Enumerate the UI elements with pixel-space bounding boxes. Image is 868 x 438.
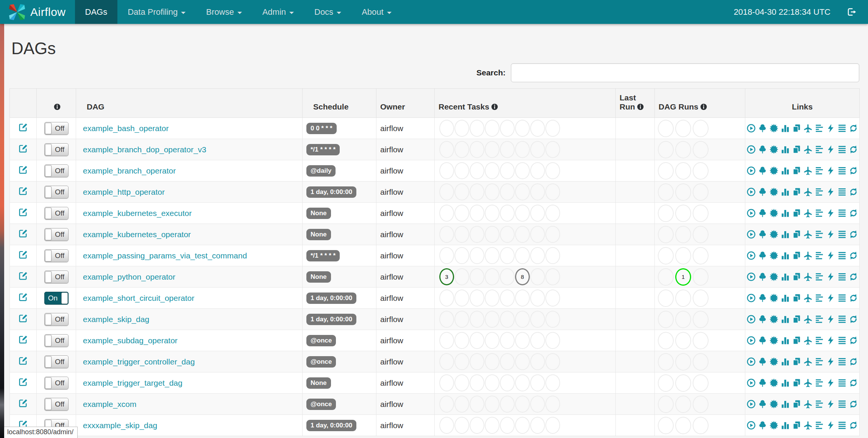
tree-view-link[interactable] — [758, 336, 767, 345]
graph-view-link[interactable] — [769, 124, 779, 133]
edit-dag-link[interactable] — [18, 144, 28, 153]
code-view-link[interactable] — [826, 336, 835, 345]
dag-pause-toggle[interactable]: Off — [44, 355, 69, 368]
code-view-link[interactable] — [826, 230, 835, 239]
graph-view-link[interactable] — [769, 336, 779, 345]
logs-link[interactable] — [837, 314, 847, 324]
edit-dag-link[interactable] — [18, 228, 28, 238]
task-tries-link[interactable] — [792, 399, 801, 409]
dag-pause-toggle[interactable]: Off — [44, 313, 69, 326]
edit-dag-link[interactable] — [18, 271, 28, 281]
logs-link[interactable] — [837, 208, 847, 218]
logs-link[interactable] — [837, 357, 847, 366]
trigger-dag-link[interactable] — [746, 166, 756, 175]
task-tries-link[interactable] — [792, 378, 801, 388]
logs-link[interactable] — [837, 124, 847, 133]
refresh-link[interactable] — [849, 293, 858, 303]
task-duration-link[interactable] — [781, 166, 790, 175]
tree-view-link[interactable] — [758, 357, 767, 366]
task-duration-link[interactable] — [781, 251, 790, 260]
edit-dag-link[interactable] — [18, 398, 28, 408]
recent-task-state-circle[interactable]: 8 — [515, 268, 530, 285]
gantt-view-link[interactable] — [815, 314, 824, 324]
trigger-dag-link[interactable] — [746, 145, 756, 154]
refresh-link[interactable] — [849, 251, 858, 260]
task-tries-link[interactable] — [792, 124, 801, 133]
logs-link[interactable] — [837, 272, 847, 282]
dag-link[interactable]: example_passing_params_via_test_command — [83, 251, 247, 260]
graph-view-link[interactable] — [769, 378, 779, 388]
gantt-view-link[interactable] — [815, 208, 824, 218]
tree-view-link[interactable] — [758, 230, 767, 239]
trigger-dag-link[interactable] — [746, 399, 756, 409]
landing-times-link[interactable] — [803, 357, 813, 366]
code-view-link[interactable] — [826, 124, 835, 133]
refresh-link[interactable] — [849, 166, 858, 175]
gantt-view-link[interactable] — [815, 166, 824, 175]
dag-link[interactable]: example_http_operator — [83, 188, 165, 196]
trigger-dag-link[interactable] — [746, 293, 756, 303]
edit-dag-link[interactable] — [18, 165, 28, 175]
dag-pause-toggle[interactable]: Off — [44, 164, 69, 177]
graph-view-link[interactable] — [769, 187, 779, 197]
tree-view-link[interactable] — [758, 145, 767, 154]
dag-link[interactable]: example_python_operator — [83, 272, 175, 281]
code-view-link[interactable] — [826, 187, 835, 197]
landing-times-link[interactable] — [803, 166, 813, 175]
task-duration-link[interactable] — [781, 357, 790, 366]
code-view-link[interactable] — [826, 378, 835, 388]
tree-view-link[interactable] — [758, 399, 767, 409]
graph-view-link[interactable] — [769, 208, 779, 218]
landing-times-link[interactable] — [803, 336, 813, 345]
code-view-link[interactable] — [826, 293, 835, 303]
logs-link[interactable] — [837, 421, 847, 430]
refresh-link[interactable] — [849, 230, 858, 239]
code-view-link[interactable] — [826, 314, 835, 324]
landing-times-link[interactable] — [803, 378, 813, 388]
gantt-view-link[interactable] — [815, 336, 824, 345]
edit-dag-link[interactable] — [18, 335, 28, 344]
landing-times-link[interactable] — [803, 314, 813, 324]
dag-pause-toggle[interactable]: Off — [44, 249, 69, 262]
dag-link[interactable]: example_trigger_target_dag — [83, 379, 183, 387]
logs-link[interactable] — [837, 378, 847, 388]
task-duration-link[interactable] — [781, 336, 790, 345]
graph-view-link[interactable] — [769, 314, 779, 324]
landing-times-link[interactable] — [803, 272, 813, 282]
landing-times-link[interactable] — [803, 208, 813, 218]
code-view-link[interactable] — [826, 272, 835, 282]
refresh-link[interactable] — [849, 272, 858, 282]
gantt-view-link[interactable] — [815, 421, 824, 430]
task-duration-link[interactable] — [781, 187, 790, 197]
task-duration-link[interactable] — [781, 378, 790, 388]
edit-dag-link[interactable] — [18, 377, 28, 387]
trigger-dag-link[interactable] — [746, 336, 756, 345]
gantt-view-link[interactable] — [815, 187, 824, 197]
task-duration-link[interactable] — [781, 421, 790, 430]
logs-link[interactable] — [837, 399, 847, 409]
gantt-view-link[interactable] — [815, 145, 824, 154]
task-duration-link[interactable] — [781, 399, 790, 409]
refresh-link[interactable] — [849, 314, 858, 324]
dag-link[interactable]: exxxample_skip_dag — [83, 421, 157, 430]
dag-link[interactable]: example_trigger_controller_dag — [83, 357, 195, 366]
trigger-dag-link[interactable] — [746, 272, 756, 282]
trigger-dag-link[interactable] — [746, 357, 756, 366]
trigger-dag-link[interactable] — [746, 378, 756, 388]
dag-run-state-circle[interactable]: 1 — [675, 268, 691, 286]
task-tries-link[interactable] — [792, 336, 801, 345]
trigger-dag-link[interactable] — [746, 251, 756, 260]
trigger-dag-link[interactable] — [746, 208, 756, 218]
graph-view-link[interactable] — [769, 166, 779, 175]
tree-view-link[interactable] — [758, 272, 767, 282]
edit-dag-link[interactable] — [18, 207, 28, 217]
dag-link[interactable]: example_skip_dag — [83, 315, 149, 324]
dag-link[interactable]: example_xcom — [83, 400, 136, 408]
trigger-dag-link[interactable] — [746, 230, 756, 239]
nav-item-docs[interactable]: Docs — [304, 0, 351, 24]
refresh-link[interactable] — [849, 421, 858, 430]
refresh-link[interactable] — [849, 208, 858, 218]
code-view-link[interactable] — [826, 399, 835, 409]
dag-link[interactable]: example_branch_dop_operator_v3 — [83, 145, 206, 154]
task-duration-link[interactable] — [781, 314, 790, 324]
